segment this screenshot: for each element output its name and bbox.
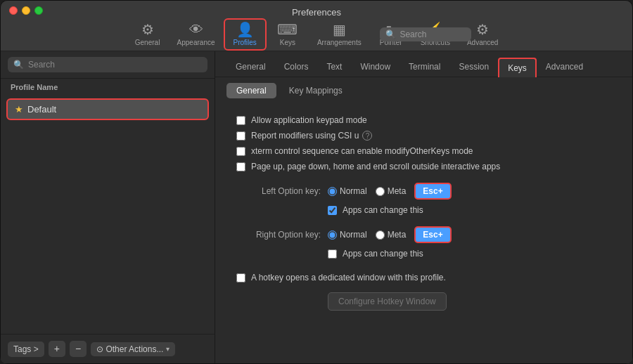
general-icon: ⚙ [141, 22, 154, 37]
profile-list: ★ Default [1, 96, 215, 334]
checkbox-row-xterm: xterm control sequence can enable modify… [236, 146, 611, 156]
left-apps-change-row: Apps can change this [328, 205, 611, 215]
right-meta-label: Meta [388, 230, 407, 240]
title-bar: Preferences ⚙ General 👁 Appearance 👤 Pro… [1, 1, 632, 51]
right-option-row: Right Option key: Normal Meta Esc+ [236, 226, 611, 243]
page-scroll-checkbox[interactable] [236, 162, 245, 171]
toolbar-profiles[interactable]: 👤 Profiles [224, 18, 267, 51]
appearance-icon: 👁 [189, 22, 203, 37]
general-label: General [135, 39, 160, 46]
left-option-radio-group: Normal Meta Esc+ [328, 183, 452, 200]
right-apps-change-row: Apps can change this [328, 249, 611, 259]
checkbox-row-allow-keypad: Allow application keypad mode [236, 115, 611, 125]
tab-session[interactable]: Session [449, 57, 498, 77]
right-meta-radio[interactable] [376, 230, 385, 240]
checkbox-row-report-modifiers: Report modifiers using CSI u ? [236, 131, 611, 141]
close-button[interactable] [9, 6, 18, 15]
tab-window[interactable]: Window [351, 57, 399, 77]
profile-name: Default [27, 104, 56, 115]
remove-profile-button[interactable]: − [70, 341, 87, 358]
window-controls [9, 6, 43, 15]
tab-terminal[interactable]: Terminal [399, 57, 449, 77]
toolbar: ⚙ General 👁 Appearance 👤 Profiles ⌨ Keys… [120, 18, 514, 51]
left-meta-label: Meta [388, 186, 407, 196]
right-option-radio-group: Normal Meta Esc+ [328, 226, 452, 243]
xterm-control-label: xterm control sequence can enable modify… [251, 146, 473, 156]
toolbar-keys[interactable]: ⌨ Keys [267, 20, 309, 49]
left-apps-change-label: Apps can change this [343, 205, 423, 215]
toolbar-search-input[interactable] [399, 30, 466, 39]
other-actions-label: ⊙ Other Actions... [96, 344, 163, 354]
add-profile-button[interactable]: + [49, 341, 65, 358]
default-star-icon: ★ [15, 104, 23, 115]
profile-list-header: Profile Name [1, 79, 215, 96]
hotkey-checkbox[interactable] [236, 273, 245, 282]
maximize-button[interactable] [34, 6, 43, 15]
allow-keypad-checkbox[interactable] [236, 116, 245, 125]
left-meta-radio[interactable] [376, 187, 385, 196]
tab-text[interactable]: Text [317, 57, 351, 77]
tab-colors[interactable]: Colors [275, 57, 318, 77]
help-icon[interactable]: ? [362, 131, 372, 141]
right-apps-change-checkbox[interactable] [328, 249, 337, 259]
search-magnifier-icon: 🔍 [13, 60, 24, 70]
left-normal-radio[interactable] [328, 187, 337, 196]
configure-hotkey-button[interactable]: Configure Hotkey Window [328, 292, 447, 311]
keys-label: Keys [280, 39, 295, 46]
minimize-button[interactable] [22, 6, 30, 15]
chevron-down-icon: ▾ [166, 345, 170, 353]
toolbar-search-box[interactable]: 🔍 [380, 27, 471, 41]
right-option-meta: Meta [376, 230, 407, 240]
search-icon: 🔍 [385, 30, 396, 39]
right-normal-label: Normal [340, 230, 367, 240]
left-search-row[interactable]: 🔍 [8, 57, 207, 72]
right-apps-change-label: Apps can change this [343, 249, 423, 259]
toolbar-appearance[interactable]: 👁 Appearance [169, 20, 224, 49]
left-option-key-section: Left Option key: Normal Meta Esc+ [236, 183, 611, 215]
right-option-label: Right Option key: [236, 230, 321, 240]
advanced-icon: ⚙ [476, 22, 489, 37]
right-panel: General Colors Text Window Terminal Sess… [215, 51, 632, 363]
title-bar-top: Preferences [1, 1, 632, 18]
hotkey-section: A hotkey opens a dedicated window with t… [236, 273, 611, 311]
settings-area: Allow application keypad mode Report mod… [215, 104, 632, 363]
left-apps-change-checkbox[interactable] [328, 206, 337, 215]
window-title: Preferences [9, 7, 624, 18]
sub-tab-general[interactable]: General [226, 83, 276, 98]
main-content: 🔍 Profile Name ★ Default Tags > + − ⊙ Ot… [1, 51, 632, 363]
toolbar-arrangements[interactable]: ▦ Arrangements [309, 20, 370, 49]
arrangements-icon: ▦ [333, 22, 346, 37]
xterm-control-checkbox[interactable] [236, 147, 245, 156]
right-option-normal: Normal [328, 230, 367, 240]
left-normal-label: Normal [340, 186, 367, 196]
left-search-area: 🔍 [1, 51, 215, 79]
checkbox-row-page-scroll: Page up, page down, home and end scroll … [236, 162, 611, 171]
profile-search-input[interactable] [28, 60, 202, 70]
tab-general[interactable]: General [226, 57, 275, 77]
page-scroll-label: Page up, page down, home and end scroll … [251, 162, 500, 171]
right-esc-button[interactable]: Esc+ [414, 226, 451, 243]
tab-keys[interactable]: Keys [498, 58, 537, 77]
hotkey-checkbox-row: A hotkey opens a dedicated window with t… [236, 273, 611, 282]
left-option-meta: Meta [376, 186, 407, 196]
tags-button[interactable]: Tags > [8, 342, 44, 357]
advanced-label: Advanced [467, 39, 498, 46]
left-esc-button[interactable]: Esc+ [414, 183, 451, 200]
appearance-label: Appearance [177, 39, 215, 46]
left-option-label: Left Option key: [236, 186, 321, 196]
left-option-row: Left Option key: Normal Meta Esc+ [236, 183, 611, 200]
preferences-window: Preferences ⚙ General 👁 Appearance 👤 Pro… [0, 0, 633, 364]
profile-tabs: General Colors Text Window Terminal Sess… [215, 51, 632, 77]
right-normal-radio[interactable] [328, 230, 337, 240]
toolbar-general[interactable]: ⚙ General [127, 20, 169, 49]
arrangements-label: Arrangements [317, 39, 362, 46]
tab-advanced[interactable]: Advanced [537, 57, 592, 77]
right-option-key-section: Right Option key: Normal Meta Esc+ [236, 226, 611, 259]
report-modifiers-label: Report modifiers using CSI u ? [251, 131, 372, 141]
profile-item-default[interactable]: ★ Default [6, 98, 209, 120]
sub-tab-key-mappings[interactable]: Key Mappings [279, 83, 352, 98]
other-actions-button[interactable]: ⊙ Other Actions... ▾ [91, 342, 175, 356]
report-modifiers-checkbox[interactable] [236, 131, 245, 141]
keys-icon: ⌨ [277, 22, 298, 37]
sub-tabs: General Key Mappings [215, 77, 632, 104]
